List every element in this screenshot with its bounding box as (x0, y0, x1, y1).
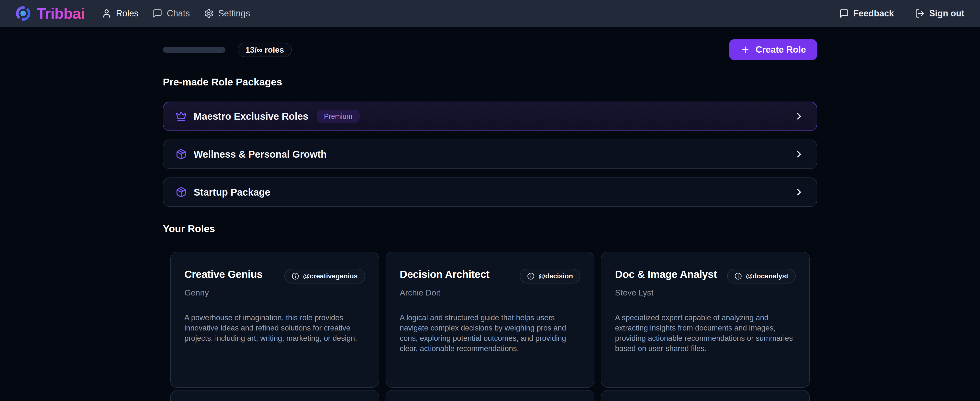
tribbai-logo-icon (16, 6, 31, 21)
role-card-stub[interactable] (386, 390, 595, 401)
brand[interactable]: Tribbai (16, 5, 84, 22)
package-label: Wellness & Personal Growth (194, 149, 327, 160)
nav-label-roles: Roles (116, 8, 138, 19)
package-label: Maestro Exclusive Roles (194, 111, 308, 122)
your-roles-heading: Your Roles (163, 223, 817, 235)
role-subtitle: Genny (185, 288, 365, 297)
info-icon (292, 273, 299, 280)
gear-icon (204, 8, 214, 18)
nav-label-chats: Chats (167, 8, 190, 19)
nav-label-settings: Settings (218, 8, 250, 19)
chat-icon (839, 8, 849, 18)
feedback-button[interactable]: Feedback (839, 8, 894, 19)
package-list: Maestro Exclusive Roles Premium Wellness… (163, 102, 817, 207)
roles-progress-bar (163, 47, 226, 53)
packages-heading: Pre-made Role Packages (163, 77, 817, 88)
role-subtitle: Steve Lyst (615, 288, 795, 297)
sign-out-button[interactable]: Sign out (915, 8, 964, 19)
role-description: A powerhouse of imagination, this role p… (185, 313, 365, 343)
navbar: Tribbai Roles Chats (0, 0, 980, 27)
plus-icon (740, 45, 750, 54)
role-card-stub[interactable] (170, 390, 379, 401)
info-icon (735, 273, 742, 280)
create-role-button[interactable]: Create Role (729, 39, 817, 60)
brand-name: Tribbai (37, 5, 84, 22)
role-handle: @creativegenius (303, 273, 358, 280)
chevron-right-icon (794, 111, 805, 122)
package-row-wellness[interactable]: Wellness & Personal Growth (163, 139, 817, 169)
role-description: A specialized expert capable of analyzin… (615, 313, 795, 354)
user-icon (102, 8, 111, 18)
role-card-decision-architect[interactable]: Decision Architect @decision Archie Doit… (386, 252, 595, 388)
role-handle-badge[interactable]: @creativegenius (284, 269, 365, 283)
role-title: Doc & Image Analyst (615, 268, 717, 280)
package-row-maestro[interactable]: Maestro Exclusive Roles Premium (163, 102, 817, 131)
feedback-label: Feedback (853, 8, 894, 19)
chevron-right-icon (794, 149, 805, 160)
sign-out-label: Sign out (929, 8, 964, 19)
package-row-startup[interactable]: Startup Package (163, 177, 817, 207)
chat-icon (153, 8, 162, 18)
package-icon (175, 187, 187, 198)
role-card-doc-image-analyst[interactable]: Doc & Image Analyst @docanalyst Steve Ly… (601, 252, 810, 388)
roles-toolbar: 13/∞ roles Create Role (163, 39, 817, 60)
nav-item-roles[interactable]: Roles (102, 8, 138, 19)
role-card-stub[interactable] (601, 390, 810, 401)
role-handle: @decision (538, 273, 573, 280)
role-title: Creative Genius (185, 268, 262, 280)
role-cards-grid: Creative Genius @creativegenius Genny A … (163, 252, 817, 388)
nav-item-settings[interactable]: Settings (204, 8, 250, 19)
role-description: A logical and structured guide that help… (400, 313, 581, 354)
roles-count-badge: 13/∞ roles (238, 43, 292, 57)
crown-icon (175, 111, 187, 122)
premium-badge: Premium (317, 110, 360, 123)
main-content: 13/∞ roles Create Role Pre-made Role Pac… (163, 39, 817, 401)
role-cards-grid-row2 (163, 388, 817, 401)
sign-out-icon (915, 8, 925, 18)
role-subtitle: Archie Doit (400, 288, 581, 297)
nav-item-chats[interactable]: Chats (153, 8, 190, 19)
main-nav: Roles Chats Settings (102, 8, 250, 19)
card-header: Creative Genius @creativegenius (185, 268, 365, 283)
card-header: Decision Architect @decision (400, 268, 581, 283)
package-icon (175, 149, 187, 160)
card-header: Doc & Image Analyst @docanalyst (615, 268, 795, 283)
nav-right: Feedback Sign out (839, 8, 964, 19)
role-handle-badge[interactable]: @docanalyst (727, 269, 795, 283)
role-handle-badge[interactable]: @decision (520, 269, 580, 283)
create-role-label: Create Role (756, 45, 806, 55)
role-card-creative-genius[interactable]: Creative Genius @creativegenius Genny A … (170, 252, 379, 388)
package-label: Startup Package (194, 187, 270, 198)
chevron-right-icon (794, 187, 805, 198)
role-title: Decision Architect (400, 268, 490, 280)
info-icon (527, 273, 535, 280)
role-handle: @docanalyst (746, 273, 788, 280)
